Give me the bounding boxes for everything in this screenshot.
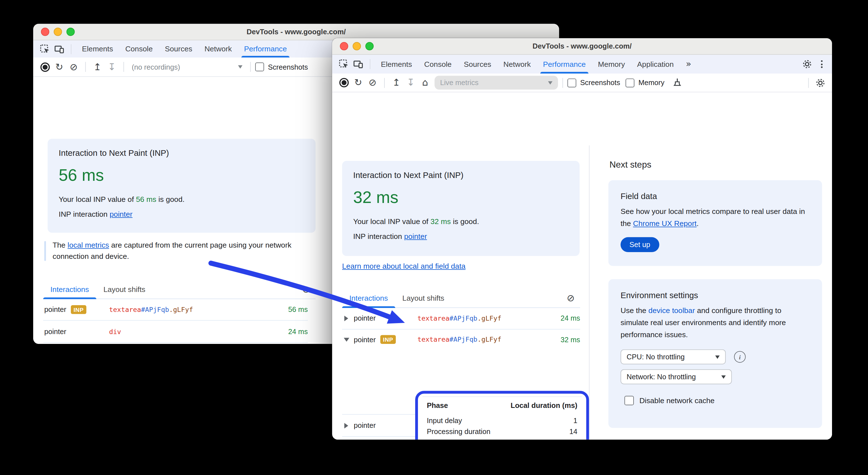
divider	[85, 62, 86, 72]
interaction-row-expanded[interactable]: pointer INP textarea#APjFqb.gLFyf 32 ms	[342, 330, 580, 349]
network-throttling-select[interactable]: Network: No throttling	[621, 369, 732, 384]
pointer-link[interactable]: pointer	[404, 232, 427, 241]
close-button[interactable]	[340, 42, 348, 50]
inp-description: Your local INP value of 32 ms is good.	[353, 217, 568, 226]
titlebar[interactable]: DevTools - www.google.com/	[332, 38, 832, 55]
tab-sources[interactable]: Sources	[159, 40, 198, 58]
device-toolbar-icon[interactable]	[351, 57, 365, 71]
set-up-button[interactable]: Set up	[621, 237, 659, 252]
devtools-tabstrip: Elements Console Sources Network Perform…	[332, 55, 832, 73]
screenshot-stage: DevTools - www.google.com/ Elements Cons…	[0, 0, 868, 475]
collapse-icon[interactable]	[344, 337, 349, 341]
panel-settings-gear-icon[interactable]	[813, 75, 828, 90]
cpu-throttling-value: CPU: No throttling	[626, 352, 684, 361]
home-icon[interactable]: ⌂	[418, 75, 432, 90]
pointer-link[interactable]: pointer	[110, 210, 132, 218]
zoom-button[interactable]	[365, 42, 374, 50]
interactions-list: pointer textarea#APjFqb.gLFyf 24 ms poin…	[342, 307, 580, 440]
cpu-throttling-select[interactable]: CPU: No throttling	[621, 349, 726, 364]
local-metrics-link[interactable]: local metrics	[67, 241, 109, 249]
interaction-row[interactable]: pointer span 24 ms	[43, 343, 308, 344]
environment-settings-title: Environment settings	[621, 290, 810, 300]
close-button[interactable]	[41, 28, 50, 36]
expand-icon[interactable]	[344, 315, 348, 321]
interaction-row[interactable]: pointer INP textarea#APjFqb.gLFyf 56 ms	[43, 298, 308, 320]
inp-card: Interaction to Next Paint (INP) 56 ms Yo…	[48, 139, 315, 233]
record-icon[interactable]	[38, 60, 52, 74]
collect-garbage-icon[interactable]	[670, 75, 684, 90]
save-profile-icon[interactable]: ↧	[104, 60, 119, 74]
interactions-list: pointer INP textarea#APjFqb.gLFyf 56 ms …	[43, 298, 308, 344]
recordings-dropdown[interactable]: (no recordings)	[128, 63, 246, 71]
interaction-row[interactable]: pointer textarea#APjFqb.gLFyf 24 ms	[342, 307, 580, 330]
tab-console[interactable]: Console	[119, 40, 159, 58]
chrome-ux-report-link[interactable]: Chrome UX Report	[633, 219, 696, 228]
clear-icon[interactable]: ⊘	[66, 60, 81, 74]
metrics-subtabs: Interactions Layout shifts ⊘	[342, 289, 580, 308]
inp-desc-value: 56 ms	[136, 195, 156, 204]
memory-checkbox[interactable]	[626, 78, 635, 87]
zoom-button[interactable]	[66, 28, 75, 36]
environment-settings-text: Use the device toolbar and configure thr…	[621, 305, 810, 341]
inp-value: 56 ms	[59, 166, 304, 185]
tab-performance[interactable]: Performance	[238, 40, 293, 58]
chevron-down-icon	[715, 355, 720, 359]
tab-performance[interactable]: Performance	[537, 55, 592, 73]
inp-interaction-row: INP interaction pointer	[353, 232, 568, 241]
subtab-interactions[interactable]: Interactions	[342, 289, 395, 307]
screenshots-checkbox[interactable]	[255, 63, 264, 72]
tab-network[interactable]: Network	[497, 55, 537, 73]
memory-label: Memory	[638, 78, 664, 87]
expand-icon[interactable]	[344, 423, 348, 429]
interaction-row[interactable]: pointer div 24 ms	[43, 320, 308, 343]
phase-row: Processing duration 14	[427, 427, 577, 436]
live-metrics-view: Interaction to Next Paint (INP) 32 ms Yo…	[332, 92, 832, 440]
interaction-type: pointer	[44, 305, 66, 313]
more-options-icon[interactable]	[815, 58, 828, 70]
load-profile-icon[interactable]: ↥	[90, 60, 104, 74]
minimize-button[interactable]	[353, 42, 361, 50]
subtab-layout-shifts[interactable]: Layout shifts	[96, 280, 152, 299]
minimize-button[interactable]	[54, 28, 62, 36]
chevron-down-icon	[721, 375, 726, 378]
clear-log-icon[interactable]: ⊘	[302, 284, 310, 294]
screenshots-label: Screenshots	[268, 63, 308, 71]
duration-column-header: Local duration (ms)	[511, 402, 578, 410]
tab-elements[interactable]: Elements	[375, 55, 418, 73]
performance-toolbar: ↻ ⊘ ↥ ↧ ⌂ Live metrics Screenshots Memor…	[332, 73, 832, 92]
tab-application[interactable]: Application	[631, 55, 680, 73]
live-metrics-dropdown[interactable]: Live metrics	[435, 76, 558, 90]
record-icon[interactable]	[337, 75, 351, 90]
disable-network-cache-checkbox[interactable]	[624, 396, 633, 405]
inspect-element-icon[interactable]	[38, 42, 52, 56]
tab-memory[interactable]: Memory	[592, 55, 631, 73]
tab-console[interactable]: Console	[418, 55, 458, 73]
screenshots-checkbox[interactable]	[567, 78, 577, 87]
reload-and-record-icon[interactable]: ↻	[351, 75, 365, 90]
clear-log-icon[interactable]: ⊘	[567, 293, 575, 303]
phase-details-area: Phase Local duration (ms) Input delay 1 …	[342, 349, 580, 414]
phase-table-header: Phase Local duration (ms)	[427, 402, 577, 410]
device-toolbar-link[interactable]: device toolbar	[648, 306, 695, 315]
load-profile-icon[interactable]: ↥	[389, 75, 403, 90]
tab-network[interactable]: Network	[198, 40, 238, 58]
clear-icon[interactable]: ⊘	[365, 75, 380, 90]
sidebar-heading: Next steps	[610, 160, 651, 170]
learn-more-link[interactable]: Learn more about local and field data	[342, 262, 465, 270]
phase-table-callout: Phase Local duration (ms) Input delay 1 …	[415, 391, 589, 439]
tab-sources[interactable]: Sources	[458, 55, 497, 73]
inspect-element-icon[interactable]	[337, 57, 351, 71]
reload-and-record-icon[interactable]: ↻	[52, 60, 66, 74]
info-icon[interactable]: i	[734, 351, 745, 363]
save-profile-icon[interactable]: ↧	[404, 75, 418, 90]
more-tabs-icon[interactable]: »	[680, 55, 698, 73]
phase-column-header: Phase	[427, 402, 448, 410]
subtab-layout-shifts[interactable]: Layout shifts	[395, 289, 452, 307]
tab-elements[interactable]: Elements	[76, 40, 119, 58]
inp-card: Interaction to Next Paint (INP) 32 ms Yo…	[342, 161, 580, 256]
settings-gear-icon[interactable]	[800, 57, 814, 71]
device-toolbar-icon[interactable]	[52, 42, 66, 56]
subtab-interactions[interactable]: Interactions	[43, 280, 96, 299]
interaction-duration: 56 ms	[288, 305, 308, 313]
inp-badge: INP	[380, 335, 396, 344]
